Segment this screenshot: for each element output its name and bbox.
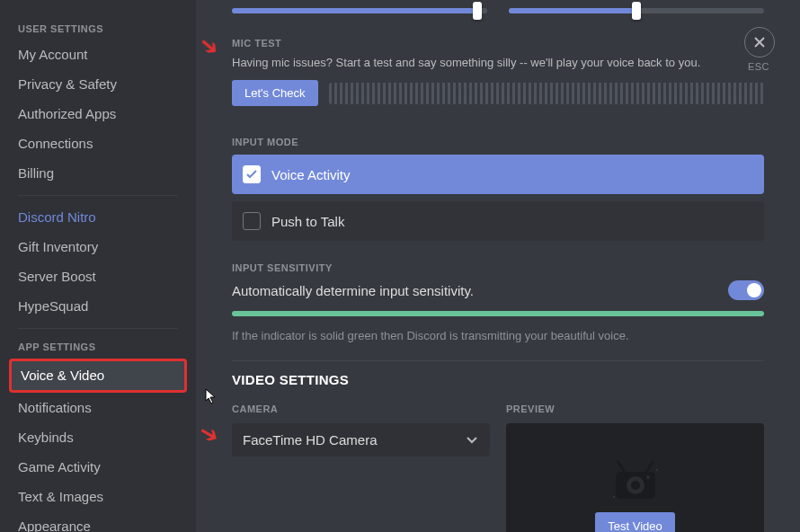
sidebar-item-privacy[interactable]: Privacy & Safety — [9, 70, 187, 99]
sidebar-item-text-images[interactable]: Text & Images — [9, 483, 187, 511]
section-divider — [232, 360, 764, 361]
sensitivity-hint: If the indicator is solid green then Dis… — [232, 329, 764, 342]
option-label: Push to Talk — [271, 214, 344, 229]
camera-column: CAMERA FaceTime HD Camera — [232, 403, 490, 532]
divider — [18, 328, 178, 329]
sensitivity-title: INPUT SENSITIVITY — [232, 262, 764, 273]
sidebar-item-notifications[interactable]: Notifications — [9, 394, 187, 422]
mic-level-meter — [329, 83, 764, 104]
test-video-button[interactable]: Test Video — [595, 512, 674, 532]
preview-column: PREVIEW Test Video — [506, 403, 764, 532]
sidebar-item-billing[interactable]: Billing — [9, 159, 187, 188]
camera-placeholder-icon — [609, 459, 662, 504]
close-button[interactable] — [744, 27, 775, 58]
sidebar-header-app: APP SETTINGS — [9, 336, 187, 358]
mic-test-title: MIC TEST — [232, 38, 764, 49]
video-settings-row: CAMERA FaceTime HD Camera PREVIEW — [232, 403, 764, 532]
sidebar-item-gift-inventory[interactable]: Gift Inventory — [9, 233, 187, 262]
camera-select-value: FaceTime HD Camera — [243, 432, 377, 448]
sidebar-item-game-activity[interactable]: Game Activity — [9, 453, 187, 482]
mic-test-desc: Having mic issues? Start a test and say … — [232, 56, 764, 69]
output-volume-slider[interactable] — [509, 4, 764, 16]
video-preview-box: Test Video — [506, 423, 764, 532]
slider-thumb[interactable] — [632, 2, 641, 20]
sidebar-item-appearance[interactable]: Appearance — [9, 512, 187, 532]
camera-label: CAMERA — [232, 403, 490, 414]
sensitivity-toggle[interactable] — [728, 280, 764, 300]
sidebar-item-server-boost[interactable]: Server Boost — [9, 262, 187, 291]
input-mode-voice-activity[interactable]: Voice Activity — [232, 155, 764, 194]
sidebar-item-authorized-apps[interactable]: Authorized Apps — [9, 100, 187, 129]
sensitivity-toggle-row: Automatically determine input sensitivit… — [232, 280, 764, 300]
sidebar-header-user: USER SETTINGS — [9, 18, 187, 40]
preview-label: PREVIEW — [506, 403, 764, 414]
settings-main: MIC TEST Having mic issues? Start a test… — [196, 0, 800, 532]
slider-fill — [509, 8, 636, 13]
lets-check-button[interactable]: Let's Check — [232, 80, 318, 106]
svg-point-5 — [656, 469, 658, 471]
input-volume-slider[interactable] — [232, 4, 487, 16]
slider-fill — [232, 8, 477, 13]
volume-sliders-row — [232, 4, 764, 16]
sidebar-item-voice-video[interactable]: Voice & Video — [9, 359, 187, 393]
close-icon — [753, 36, 766, 49]
mic-test-row: Let's Check — [232, 80, 764, 106]
video-settings-title: VIDEO SETTINGS — [232, 372, 764, 387]
toggle-knob — [747, 283, 761, 297]
svg-point-3 — [646, 475, 650, 479]
settings-sidebar: USER SETTINGS My Account Privacy & Safet… — [0, 0, 196, 532]
sidebar-item-my-account[interactable]: My Account — [9, 40, 187, 69]
chevron-down-icon — [465, 433, 479, 448]
sidebar-item-connections[interactable]: Connections — [9, 129, 187, 158]
sidebar-item-nitro[interactable]: Discord Nitro — [9, 203, 187, 232]
option-label: Voice Activity — [271, 167, 351, 182]
sensitivity-toggle-label: Automatically determine input sensitivit… — [232, 283, 474, 298]
svg-point-2 — [631, 481, 640, 490]
checkbox-icon — [243, 165, 261, 183]
camera-select[interactable]: FaceTime HD Camera — [232, 423, 490, 457]
divider — [18, 195, 178, 196]
svg-point-4 — [613, 496, 615, 498]
slider-thumb[interactable] — [473, 2, 482, 20]
close-label: ESC — [748, 61, 769, 72]
input-mode-title: INPUT MODE — [232, 137, 764, 147]
sidebar-item-keybinds[interactable]: Keybinds — [9, 423, 187, 452]
sensitivity-indicator — [232, 311, 764, 316]
checkbox-icon — [243, 212, 261, 230]
input-mode-push-to-talk[interactable]: Push to Talk — [232, 201, 764, 241]
sidebar-item-hypesquad[interactable]: HypeSquad — [9, 292, 187, 321]
